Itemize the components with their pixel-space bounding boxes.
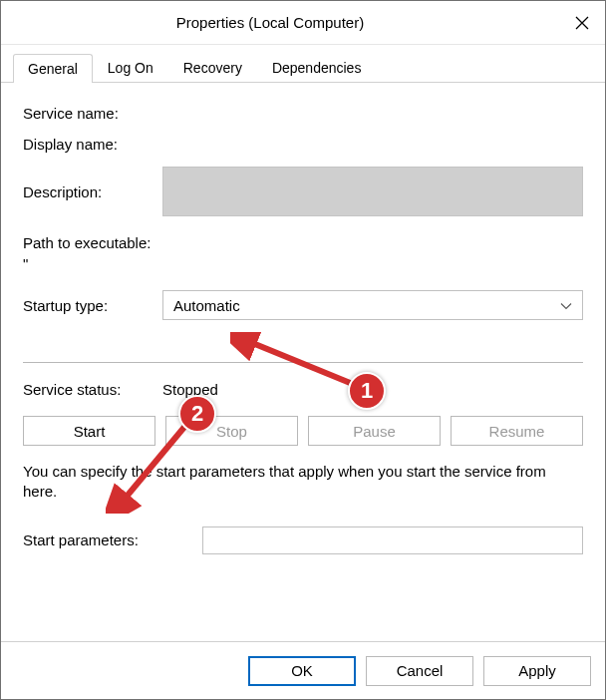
dialog-footer: OK Cancel Apply bbox=[1, 641, 605, 699]
startup-type-select[interactable]: Automatic bbox=[162, 290, 583, 320]
separator bbox=[23, 362, 583, 363]
tabstrip: General Log On Recovery Dependencies bbox=[1, 45, 605, 83]
tab-log-on[interactable]: Log On bbox=[93, 53, 168, 82]
dialog-body: Service name: Display name: Description:… bbox=[1, 83, 605, 641]
service-status-label: Service status: bbox=[23, 381, 162, 398]
properties-dialog: Properties (Local Computer) General Log … bbox=[0, 0, 606, 700]
svg-line-0 bbox=[245, 340, 360, 387]
tab-general[interactable]: General bbox=[13, 54, 93, 83]
path-label: Path to executable: bbox=[23, 234, 583, 251]
pause-button: Pause bbox=[308, 416, 441, 446]
description-box[interactable] bbox=[162, 167, 583, 216]
cancel-button[interactable]: Cancel bbox=[366, 656, 473, 686]
apply-button[interactable]: Apply bbox=[483, 656, 591, 686]
start-parameters-input[interactable] bbox=[202, 526, 583, 554]
close-icon bbox=[575, 16, 589, 30]
start-parameters-label: Start parameters: bbox=[23, 531, 202, 548]
resume-button: Resume bbox=[451, 416, 583, 446]
chevron-down-icon bbox=[560, 297, 572, 314]
tab-recovery[interactable]: Recovery bbox=[168, 53, 257, 82]
stop-button: Stop bbox=[165, 416, 298, 446]
startup-type-label: Startup type: bbox=[23, 297, 162, 314]
service-name-label: Service name: bbox=[23, 105, 162, 122]
window-title: Properties (Local Computer) bbox=[11, 14, 559, 31]
service-status-value: Stopped bbox=[162, 381, 218, 398]
start-button[interactable]: Start bbox=[23, 416, 155, 446]
startup-type-value: Automatic bbox=[173, 297, 240, 314]
display-name-label: Display name: bbox=[23, 136, 162, 153]
ok-button[interactable]: OK bbox=[248, 656, 356, 686]
tab-dependencies[interactable]: Dependencies bbox=[257, 53, 377, 82]
close-button[interactable] bbox=[559, 1, 605, 45]
description-label: Description: bbox=[23, 183, 162, 200]
titlebar: Properties (Local Computer) bbox=[1, 1, 605, 45]
hint-text: You can specify the start parameters tha… bbox=[23, 462, 583, 503]
path-value: " bbox=[23, 255, 583, 272]
